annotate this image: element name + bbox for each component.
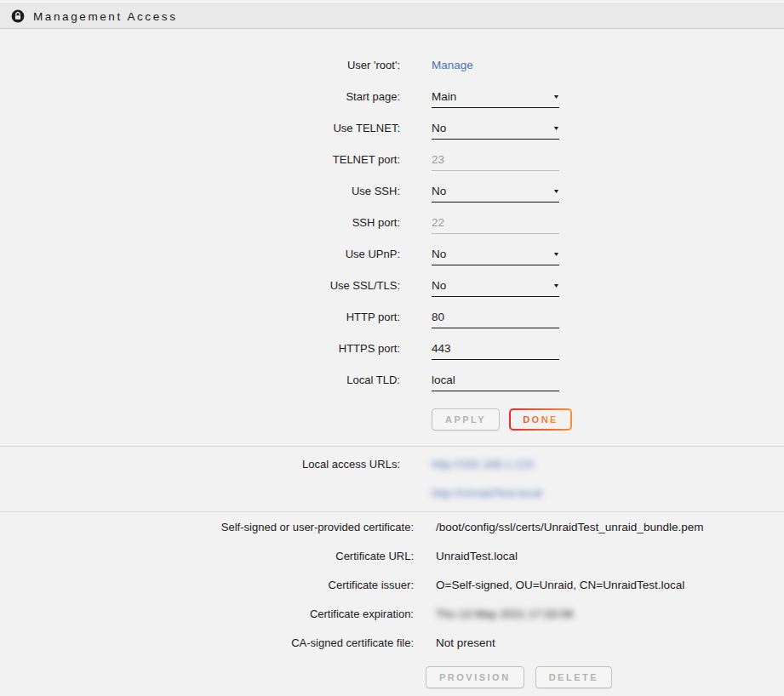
local-access-section: Local access URLs: http://192.168.1.123h… <box>0 446 784 511</box>
certificate-issuer-label: Certificate issuer: <box>0 579 414 591</box>
local-access-label: Local access URLs: <box>0 450 400 508</box>
certificate-section: Self-signed or user-provided certificate… <box>0 511 784 657</box>
manage-link[interactable]: Manage <box>432 59 473 71</box>
chevron-down-icon: ▼ <box>552 251 560 257</box>
form-row-https-port: HTTPS port:443 <box>0 333 784 364</box>
cert-row-ca-signed-certificate-file: CA-signed certificate file:Not present <box>0 628 784 657</box>
use-telnet-select[interactable]: No▼ <box>432 122 559 140</box>
https-port-value: 443 <box>432 342 451 355</box>
certificate-expiration-label: Certificate expiration: <box>0 608 414 620</box>
use-ssh-select[interactable]: No▼ <box>432 185 559 203</box>
certificate-issuer-value: O=Self-signed, OU=Unraid, CN=UnraidTest.… <box>436 579 684 591</box>
chevron-down-icon: ▼ <box>552 282 560 288</box>
chevron-down-icon: ▼ <box>552 94 560 100</box>
local-access-links: http://192.168.1.123http://UnraidTest.lo… <box>432 450 542 508</box>
cert-row-self-signed-certificate: Self-signed or user-provided certificate… <box>0 512 784 541</box>
use-upnp-label: Use UPnP: <box>0 248 400 260</box>
self-signed-certificate-label: Self-signed or user-provided certificate… <box>0 521 414 533</box>
form-button-row: APPLY DONE <box>432 408 784 431</box>
use-telnet-label: Use TELNET: <box>0 122 400 134</box>
done-button-label: DONE <box>523 414 558 425</box>
management-access-form: User 'root':ManageStart page:Main▼Use TE… <box>0 29 784 396</box>
cert-row-certificate-issuer: Certificate issuer:O=Self-signed, OU=Unr… <box>0 570 784 599</box>
form-row-ssh-port: SSH port:22 <box>0 207 784 238</box>
done-button[interactable]: DONE <box>509 408 572 431</box>
certificate-expiration-value: Thu 13 May 2021 17:33:08 <box>436 608 573 620</box>
user-root-label: User 'root': <box>0 59 400 71</box>
certificate-button-row: PROVISION DELETE <box>426 666 784 688</box>
ssh-port-input: 22 <box>432 216 559 234</box>
http-port-input[interactable]: 80 <box>432 311 559 328</box>
chevron-down-icon: ▼ <box>552 188 560 194</box>
local-tld-label: Local TLD: <box>0 374 400 386</box>
form-row-use-telnet: Use TELNET:No▼ <box>0 112 784 144</box>
use-telnet-selected-value: No <box>432 122 446 134</box>
use-ssl-tls-select[interactable]: No▼ <box>432 279 559 297</box>
ssh-port-value: 22 <box>432 216 444 229</box>
self-signed-certificate-value: /boot/config/ssl/certs/UnraidTest_unraid… <box>436 521 703 533</box>
page-title: Management Access <box>33 10 178 23</box>
telnet-port-label: TELNET port: <box>0 153 400 166</box>
certificate-url-label: Certificate URL: <box>0 550 414 562</box>
ca-signed-certificate-file-label: CA-signed certificate file: <box>0 636 414 649</box>
start-page-select[interactable]: Main▼ <box>432 90 559 108</box>
telnet-port-value: 23 <box>432 153 444 166</box>
form-row-telnet-port: TELNET port:23 <box>0 144 784 175</box>
local-access-url-1[interactable]: http://192.168.1.123 <box>432 450 542 479</box>
use-upnp-selected-value: No <box>432 248 446 260</box>
start-page-label: Start page: <box>0 90 400 103</box>
delete-button[interactable]: DELETE <box>535 666 612 688</box>
cert-row-certificate-expiration: Certificate expiration:Thu 13 May 2021 1… <box>0 599 784 628</box>
use-upnp-select[interactable]: No▼ <box>432 248 559 265</box>
titlebar: Management Access <box>0 3 784 29</box>
form-row-user-root: User 'root':Manage <box>0 49 784 81</box>
provision-button[interactable]: PROVISION <box>426 666 524 688</box>
start-page-selected-value: Main <box>432 90 456 103</box>
form-row-start-page: Start page:Main▼ <box>0 81 784 112</box>
local-tld-input[interactable]: local <box>432 374 559 391</box>
telnet-port-input: 23 <box>432 153 559 171</box>
use-ssh-selected-value: No <box>432 185 446 197</box>
http-port-label: HTTP port: <box>0 311 400 323</box>
chevron-down-icon: ▼ <box>552 125 560 131</box>
https-port-input[interactable]: 443 <box>432 342 559 360</box>
form-row-local-tld: Local TLD:local <box>0 364 784 396</box>
ssh-port-label: SSH port: <box>0 216 400 229</box>
form-row-use-ssh: Use SSH:No▼ <box>0 175 784 207</box>
https-port-label: HTTPS port: <box>0 342 400 355</box>
apply-button[interactable]: APPLY <box>432 408 500 431</box>
form-row-use-ssl-tls: Use SSL/TLS:No▼ <box>0 270 784 301</box>
cert-row-certificate-url: Certificate URL:UnraidTest.local <box>0 541 784 570</box>
use-ssl-tls-selected-value: No <box>432 279 446 292</box>
lock-circle-icon <box>11 9 25 23</box>
certificate-url-value: UnraidTest.local <box>436 550 518 562</box>
use-ssl-tls-label: Use SSL/TLS: <box>0 279 400 292</box>
ca-signed-certificate-file-value: Not present <box>436 636 495 649</box>
http-port-value: 80 <box>432 311 444 323</box>
local-tld-value: local <box>432 374 455 386</box>
local-access-url-2[interactable]: http://UnraidTest.local <box>432 479 542 508</box>
form-row-http-port: HTTP port:80 <box>0 301 784 333</box>
use-ssh-label: Use SSH: <box>0 185 400 197</box>
form-row-use-upnp: Use UPnP:No▼ <box>0 238 784 270</box>
